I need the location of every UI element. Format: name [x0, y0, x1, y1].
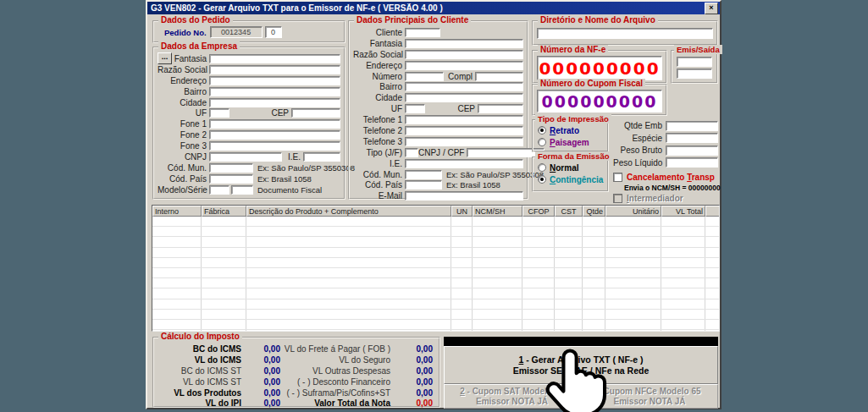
- table-cell: [661, 299, 705, 309]
- col-header-interno[interactable]: Interno: [152, 206, 202, 217]
- table-cell: [246, 237, 451, 246]
- cliente-codigo-input[interactable]: [405, 28, 440, 37]
- table-cell: [451, 299, 473, 309]
- close-icon[interactable]: ×: [705, 3, 718, 14]
- radio-contingencia[interactable]: Contingência: [534, 173, 607, 185]
- checkbox-cancelamento[interactable]: Cancelamento Transp: [613, 173, 715, 182]
- peso-bruto-input[interactable]: [666, 146, 718, 156]
- col-header-descricao[interactable]: Descrição do Produto + Complemento: [246, 206, 451, 217]
- table-row[interactable]: [152, 248, 719, 258]
- cliente-compl-input[interactable]: [475, 72, 523, 81]
- table-cell: [522, 278, 555, 288]
- table-row[interactable]: [152, 278, 719, 288]
- qtde-emb-label: Qtde Emb: [613, 121, 666, 130]
- cliente-ie-input[interactable]: [405, 159, 523, 168]
- table-row[interactable]: [152, 258, 719, 268]
- cliente-codpais-input[interactable]: [405, 180, 442, 190]
- arquivo-path-input[interactable]: [537, 28, 713, 39]
- table-header-row: Interno Fábrica Descrição do Produto + C…: [152, 206, 719, 217]
- group-title-cliente: Dados Principais do Cliente: [354, 15, 471, 25]
- empresa-cep-input[interactable]: [291, 108, 340, 118]
- col-header-fabrica[interactable]: Fábrica: [202, 206, 246, 217]
- table-row[interactable]: [152, 227, 719, 237]
- empresa-codmun-input[interactable]: [209, 163, 253, 173]
- empresa-razao-label: Razão Social: [158, 65, 209, 74]
- empresa-bairro-input[interactable]: [209, 87, 340, 96]
- empresa-fone3-input[interactable]: [209, 141, 340, 151]
- radio-contingencia-dot[interactable]: [538, 175, 546, 184]
- cliente-email-input[interactable]: [405, 191, 523, 201]
- cliente-codmun-input[interactable]: [405, 170, 442, 179]
- cliente-endereco-input[interactable]: [405, 61, 523, 70]
- col-header-un[interactable]: UN: [451, 206, 473, 217]
- cliente-tel1-label: Telefone 1: [353, 115, 405, 124]
- empresa-cidade-input[interactable]: [209, 98, 340, 107]
- radio-normal[interactable]: Normal: [534, 162, 607, 173]
- empresa-ie-input[interactable]: [303, 152, 340, 162]
- browse-button[interactable]: ...: [158, 52, 172, 64]
- col-header-unitario[interactable]: Unitário: [605, 206, 661, 217]
- empresa-endereco-input[interactable]: [209, 76, 340, 85]
- table-row[interactable]: [152, 310, 719, 320]
- cupom-number-field[interactable]: 000000000: [537, 90, 662, 113]
- gerar-txt-button[interactable]: 1 - Gerar Arquivo TXT ( NF-e ) Emissor S…: [444, 346, 718, 384]
- table-cell: [246, 248, 451, 257]
- empresa-serie-input[interactable]: [231, 185, 253, 195]
- peso-liquido-input[interactable]: [666, 157, 718, 168]
- cliente-tipo-input[interactable]: [405, 148, 418, 157]
- cliente-cidade-input[interactable]: [405, 93, 523, 102]
- cancelamento-checkbox-box[interactable]: [613, 173, 622, 182]
- empresa-modelo-input[interactable]: [209, 185, 229, 195]
- col-header-cst[interactable]: CST: [555, 206, 583, 217]
- table-cell: [246, 268, 451, 277]
- nfe-number-field[interactable]: 000000000: [537, 56, 662, 80]
- empresa-razao-input[interactable]: [209, 65, 340, 74]
- radio-retrato[interactable]: Retrato: [534, 124, 607, 136]
- cliente-numero-input[interactable]: [405, 72, 444, 81]
- table-row[interactable]: [152, 268, 719, 278]
- radio-normal-dot[interactable]: [538, 163, 546, 172]
- table-cell: [555, 268, 583, 277]
- table-cell: [473, 288, 522, 298]
- table-row[interactable]: [152, 288, 719, 299]
- table-cell: [451, 268, 473, 277]
- table-row[interactable]: [152, 237, 719, 247]
- empresa-fantasia-input[interactable]: [209, 54, 340, 63]
- cliente-tel2-input[interactable]: [405, 126, 523, 135]
- cliente-tel1-input[interactable]: [405, 115, 523, 124]
- title-bar[interactable]: G3 VEN802 - Gerar Arquivo TXT para o Emi…: [147, 2, 720, 14]
- pedido-digit-field[interactable]: 0: [265, 26, 282, 38]
- empresa-fone1-input[interactable]: [209, 119, 340, 129]
- imposto-total-label: Valor Total da Nota: [280, 398, 390, 408]
- cliente-bairro-input[interactable]: [405, 82, 523, 91]
- qtde-emb-input[interactable]: [666, 121, 718, 131]
- table-cell: [583, 237, 605, 246]
- empresa-uf-input[interactable]: [209, 108, 229, 118]
- empresa-fone2-input[interactable]: [209, 130, 340, 140]
- imposto-value: 0,00: [241, 355, 280, 365]
- table-row[interactable]: [152, 217, 719, 227]
- cliente-razao-input[interactable]: [405, 50, 523, 59]
- col-header-qtde[interactable]: Qtde: [583, 206, 605, 217]
- saida-input[interactable]: [677, 69, 712, 79]
- cliente-uf-input[interactable]: [405, 104, 425, 113]
- cliente-tel3-input[interactable]: [405, 137, 523, 146]
- cliente-cep-input[interactable]: [478, 104, 523, 113]
- table-cell: [605, 268, 661, 277]
- group-dados-empresa: Dados da Empresa ... Fantasia Razão Soci…: [152, 47, 346, 200]
- col-header-vltotal[interactable]: VL Total: [661, 206, 705, 217]
- cliente-fantasia-input[interactable]: [405, 39, 523, 48]
- radio-paisagem[interactable]: Paisagem: [534, 136, 607, 148]
- radio-paisagem-dot[interactable]: [538, 138, 546, 146]
- col-header-ncm[interactable]: NCM/SH: [473, 206, 522, 217]
- radio-retrato-dot[interactable]: [538, 126, 546, 135]
- table-row[interactable]: [152, 299, 719, 310]
- pedido-number-field[interactable]: 0012345: [210, 26, 263, 38]
- empresa-codpais-input[interactable]: [209, 174, 253, 184]
- emis-input[interactable]: [677, 57, 712, 67]
- table-row[interactable]: [152, 320, 719, 330]
- empresa-cnpj-input[interactable]: [209, 152, 282, 162]
- especie-input[interactable]: [666, 133, 718, 143]
- col-header-cfop[interactable]: CFOP: [522, 206, 555, 217]
- table-cell: [583, 248, 605, 257]
